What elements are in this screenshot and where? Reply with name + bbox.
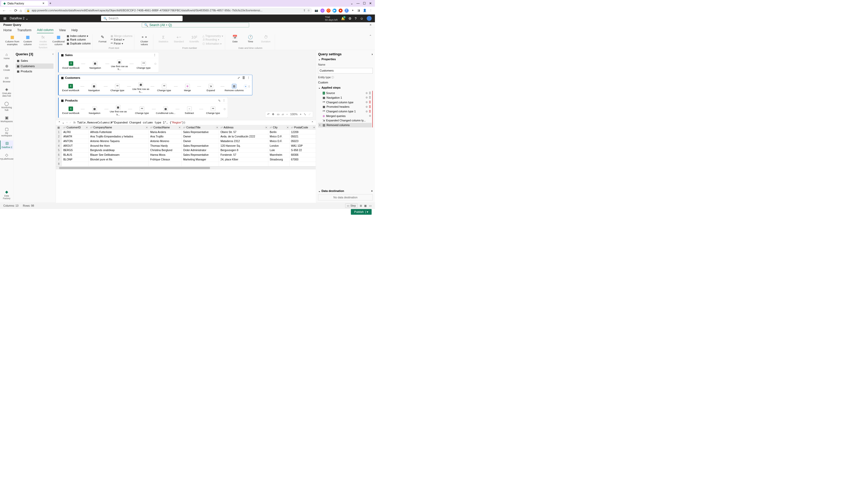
cell[interactable]: 4 — [56, 143, 62, 148]
tab-close-icon[interactable]: × — [41, 2, 46, 5]
maximize-icon[interactable]: ☐ — [363, 2, 366, 5]
merge-columns-button[interactable]: ▦ Merge columns — [111, 34, 132, 38]
cell[interactable]: 1 — [56, 130, 62, 134]
query-item-customers[interactable]: ▦ Customers — [15, 64, 53, 69]
cell[interactable]: Owner — [181, 134, 219, 139]
cell[interactable]: Obere Str. 57 — [219, 130, 268, 134]
applied-step-selected[interactable]: ×▥ Removed columns — [318, 123, 372, 128]
cell[interactable]: WA1 1DP — [290, 143, 316, 148]
gear-icon[interactable]: ⚙ — [366, 92, 368, 94]
applied-step[interactable]: ᴬᴮ Changed column type⚙🗄 — [318, 100, 372, 105]
parse-button[interactable]: ᴬᴮ Parse ▾ — [111, 42, 132, 45]
fit-icon[interactable]: ▭ — [277, 113, 280, 116]
collapse-icon[interactable]: ‹ — [52, 52, 53, 56]
step[interactable]: ▦Navigation — [84, 84, 104, 92]
ribbon-tab-add-column[interactable]: Add column — [37, 28, 53, 33]
rail-workspaces[interactable]: ▣Workspaces — [0, 115, 13, 123]
col-header[interactable]: AᴮPostalCode▾ — [290, 125, 316, 130]
zoom-in-icon[interactable]: + — [300, 113, 302, 116]
scientific-button[interactable]: 10²Scientific — [187, 34, 201, 43]
fx-icon[interactable]: fx — [73, 121, 76, 124]
cell[interactable]: Berglunds snabbkap — [89, 148, 149, 153]
db-icon[interactable]: 🗄 — [369, 110, 371, 113]
cell[interactable]: 67000 — [290, 157, 316, 162]
cell[interactable]: Avda. de la Constituciin 2222 — [219, 134, 268, 139]
custom-column-button[interactable]: ▦Custom column — [21, 34, 35, 46]
applied-step[interactable]: X Source⚙🗄 — [318, 91, 372, 95]
undo-icon[interactable]: ↶ — [267, 113, 270, 116]
cluster-values-button[interactable]: ⚬⚬Cluster values — [137, 34, 152, 46]
cell[interactable]: Blauer See Delikatessen — [89, 153, 149, 157]
step[interactable]: XExcel workbook — [61, 61, 81, 69]
ext-icon[interactable]: ◎ — [320, 9, 325, 13]
view-icon[interactable]: ⊞ — [360, 204, 362, 207]
data-destination-section[interactable]: ⌄ Data destination+ — [318, 189, 373, 193]
cell[interactable]: 2 — [56, 134, 62, 139]
step[interactable]: ᴬᴮChange type — [108, 84, 127, 92]
forward-icon[interactable]: → — [8, 8, 12, 13]
map-icon[interactable]: ▱ — [282, 113, 284, 116]
col-header[interactable]: AᴮAddress▾ — [219, 125, 268, 130]
delete-step-icon[interactable]: × — [319, 123, 321, 127]
extensions-icon[interactable]: ✦ — [350, 9, 355, 13]
duplicate-column-button[interactable]: ▦ Duplicate column — [67, 42, 91, 45]
cell[interactable] — [290, 162, 316, 166]
table-row[interactable]: 8 — [56, 162, 316, 166]
col-header[interactable]: AᴮContactTitle▾ — [181, 125, 219, 130]
cell[interactable]: Owner — [181, 139, 219, 144]
cell[interactable]: 8 — [56, 162, 62, 166]
fullscreen-icon[interactable]: ⤢ — [308, 113, 311, 116]
url-input[interactable]: 🔒 app.powerbi.com/workloads/dataflows/ed… — [24, 8, 312, 13]
cell[interactable]: 05021 — [290, 134, 316, 139]
cell[interactable]: 12209 — [290, 130, 316, 134]
applied-step[interactable]: ⇲ Expanded Changed column ty... — [318, 118, 372, 123]
browser-tab[interactable]: ◆ Data Factory × — [1, 1, 48, 6]
step[interactable]: ᴬᴮChange type — [203, 107, 223, 115]
cell[interactable]: Ana Trujillo — [149, 134, 181, 139]
invoke-function-button[interactable]: fxInvoke custom function — [36, 34, 50, 49]
index-column-button[interactable]: ▦ Index column ▾ — [67, 34, 91, 38]
add-icon[interactable]: + — [371, 189, 373, 193]
feedback-icon[interactable]: ☺ — [360, 16, 363, 21]
cell[interactable]: Sales Representative — [181, 153, 219, 157]
step[interactable]: XExcel workbook — [61, 107, 81, 115]
rail-data-factory[interactable]: ◆Data Factory — [0, 189, 13, 200]
minimize-icon[interactable]: ⤡ — [304, 113, 306, 116]
step-view-button[interactable]: ▭ Step — [345, 204, 358, 208]
cell[interactable]: Around the Horn — [89, 143, 149, 148]
close-icon[interactable]: × — [370, 23, 372, 27]
cell[interactable]: Marketing Manager — [181, 157, 219, 162]
cell[interactable] — [89, 162, 149, 166]
col-header[interactable]: AᴮCompanyName▾ — [89, 125, 149, 130]
zoom-out-icon[interactable]: − — [286, 113, 288, 116]
expand-down-icon[interactable]: ⌄ — [62, 121, 65, 124]
step[interactable]: ▦Use first row as h... — [109, 60, 129, 71]
cell[interactable]: Mannheim — [268, 153, 289, 157]
step[interactable]: ᴬᴮChange type — [133, 61, 154, 69]
cell[interactable]: Antonio Moreno — [149, 139, 181, 144]
cell[interactable] — [62, 162, 89, 166]
query-box-products[interactable]: ▦ Products⤡⋮ XExcel workbook ▦Navigation… — [58, 97, 228, 118]
cell[interactable]: Forsterstr. 57 — [219, 153, 268, 157]
gear-icon[interactable]: ⚙ — [366, 96, 368, 99]
query-box-sales[interactable]: ▦ Sales⋮ XExcel workbook ▦Navigation ▦Us… — [58, 52, 159, 73]
ribbon-tab-transform[interactable]: Transform — [17, 29, 31, 33]
cell[interactable] — [149, 162, 181, 166]
rail-monitoring[interactable]: ◯Monitoring hub — [0, 101, 13, 112]
statistics-button[interactable]: ΣStatistics — [156, 34, 170, 43]
column-from-examples-button[interactable]: ▦Column from examples — [5, 34, 20, 46]
ext-icon[interactable]: ▶ — [332, 9, 336, 13]
cell[interactable]: Mataderos 2312 — [219, 139, 268, 144]
cell[interactable]: Berlin — [268, 130, 289, 134]
dataflow-name[interactable]: Dataflow 2 ⌄ — [10, 16, 28, 20]
cell[interactable]: AROUT — [62, 143, 89, 148]
more-icon[interactable]: ⋮ — [247, 76, 250, 80]
query-name-input[interactable] — [318, 68, 373, 73]
gear-icon[interactable]: ⚙ — [366, 101, 368, 104]
new-tab-button[interactable]: + — [48, 2, 53, 5]
query-item-products[interactable]: ▦ Products — [15, 69, 53, 74]
ext-icon[interactable]: O — [327, 9, 331, 13]
cell[interactable]: Maria Anders — [149, 130, 181, 134]
table-row[interactable]: 6BLAUSBlauer See DelikatessenHanna MoosS… — [56, 153, 316, 157]
db-icon[interactable]: 🗄 — [369, 105, 371, 108]
